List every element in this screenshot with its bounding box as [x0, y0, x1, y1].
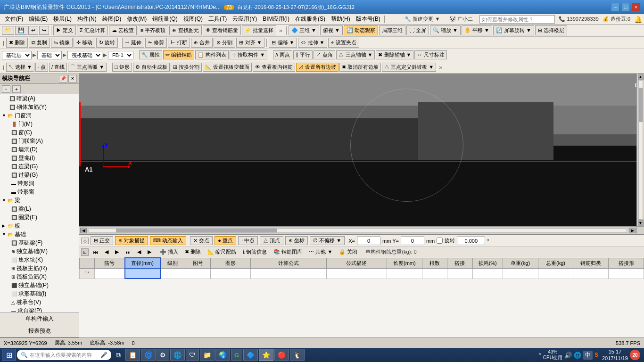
- scroll-thumb[interactable]: [116, 229, 277, 232]
- scale-rebar-btn[interactable]: 📐 缩尺配筋: [205, 248, 239, 256]
- coord-btn[interactable]: ⊕ 坐标: [285, 236, 308, 245]
- offset-btn[interactable]: ⊟ 偏移 ▼: [269, 38, 297, 48]
- cancel-slope-btn[interactable]: ✖ 取消所有边坡: [339, 63, 381, 72]
- auto-gen-slab-btn[interactable]: ⚙ 自动生成板: [133, 63, 170, 72]
- trim-btn[interactable]: ✁ 修剪: [145, 38, 167, 48]
- select-mode-btn[interactable]: ↖ 选择 ▼: [6, 63, 34, 72]
- menu-cloud[interactable]: 云应用(Y): [230, 14, 260, 24]
- set-section-btn[interactable]: 📐 设置筏板变截面: [203, 63, 252, 72]
- clock-display[interactable]: 15:17 2017/11/19: [602, 348, 628, 362]
- menu-rebar-qty[interactable]: 钢筋量(Q): [149, 14, 180, 24]
- zoom-btn[interactable]: 🔍 缩放 ▼: [430, 25, 461, 35]
- dynamic-input-btn[interactable]: ⌨ 动态输入: [150, 236, 186, 245]
- ime-s-indicator[interactable]: S: [594, 352, 598, 358]
- split-btn[interactable]: ⊗ 分割: [214, 38, 235, 48]
- rect-btn[interactable]: □ 矩形: [112, 63, 132, 72]
- nav-next-btn[interactable]: ▶: [113, 248, 121, 255]
- undo-btn[interactable]: ↩: [28, 26, 38, 35]
- taskbar-app-star[interactable]: ⭐: [259, 349, 273, 361]
- parallel-btn[interactable]: ∥ 平行: [293, 50, 313, 59]
- ime-indicator[interactable]: 中: [583, 351, 593, 360]
- canvas-view[interactable]: A1 8 Y X: [79, 74, 644, 234]
- menu-draw[interactable]: 绘图(D): [99, 14, 124, 24]
- redo-btn[interactable]: ↪: [39, 26, 49, 35]
- level-slab-btn[interactable]: ≡ 平齐板顶: [138, 25, 168, 35]
- sidebar-item-door-window-group[interactable]: ▼ 📂 门窗洞: [0, 111, 79, 120]
- table-row[interactable]: 1*: [80, 268, 644, 279]
- desc-cell[interactable]: [326, 268, 387, 279]
- nav-prev2-btn[interactable]: ◀: [135, 248, 143, 255]
- screen-rotate-btn[interactable]: 🔃 屏幕旋转 ▼: [493, 25, 534, 35]
- del-aux-btn[interactable]: ✖ 删除辅轴 ▼: [376, 50, 413, 59]
- panel-resize-icon[interactable]: ◇: [81, 238, 89, 244]
- sidebar-item-wall-hole[interactable]: 🔲 墙洞(D): [0, 145, 79, 154]
- split-by-btn[interactable]: ⊞ 按换分割: [171, 63, 202, 72]
- component-list-btn[interactable]: 📋 构件列表: [195, 50, 229, 59]
- sidebar-item-strip-window[interactable]: ▬ 带形窗: [0, 188, 79, 196]
- three-def-slope-btn[interactable]: △ 三点定义斜坡板 ▼: [382, 63, 436, 72]
- sidebar-item-found-beam[interactable]: 🔲 基础梁(F): [0, 239, 79, 247]
- base-layer-select[interactable]: 基础层: [2, 51, 32, 59]
- pan-btn[interactable]: ✋ 平移 ▼: [462, 25, 492, 35]
- diameter-cell[interactable]: [125, 268, 160, 279]
- bar-no-cell[interactable]: [95, 268, 125, 279]
- tray-expand-btn[interactable]: ^: [539, 352, 541, 358]
- rotate-checkbox[interactable]: [437, 238, 443, 244]
- two-points-btn[interactable]: // 两点: [273, 50, 292, 59]
- v-scroll-track[interactable]: [638, 80, 643, 220]
- notification-icon[interactable]: 🔔: [634, 16, 642, 23]
- sidebar-item-darkliang[interactable]: 🔲 暗梁(A): [0, 94, 79, 103]
- panel-handle[interactable]: ⊡: [81, 248, 89, 256]
- loss-cell[interactable]: [472, 268, 503, 279]
- insert-rebar-btn[interactable]: ➕ 插入: [157, 248, 181, 256]
- sidebar-item-ring-beam[interactable]: 🔲 圈梁(E): [0, 213, 79, 222]
- taskbar-app-ie[interactable]: 🌏: [215, 349, 230, 361]
- intersection-btn[interactable]: ✕ 交点: [190, 236, 213, 245]
- item-select[interactable]: FB-1: [108, 51, 133, 59]
- nav-first-btn[interactable]: ⏮: [91, 249, 100, 255]
- taskbar-app-folder[interactable]: 📁: [200, 349, 215, 361]
- sidebar-item-found-group[interactable]: ▼ 📂 基础: [0, 230, 79, 239]
- menu-edit[interactable]: 编辑(E): [26, 14, 50, 24]
- menu-component[interactable]: 构件(N): [74, 14, 99, 24]
- merge-btn[interactable]: ⊕ 合并: [191, 38, 213, 48]
- define-btn[interactable]: ▶ 定义: [53, 25, 76, 35]
- sidebar-item-masonry[interactable]: 🔲 砌体加筋(Y): [0, 103, 79, 111]
- sub-category-select[interactable]: 筏板基础: [67, 51, 102, 59]
- rotate-input[interactable]: [457, 237, 485, 245]
- tree-plus-btn[interactable]: +: [12, 85, 21, 93]
- scroll-up-btn[interactable]: ▲: [638, 74, 644, 80]
- grade-cell[interactable]: [160, 268, 185, 279]
- sum-btn[interactable]: Σ 汇总计算: [77, 25, 108, 35]
- rebar-table-container[interactable]: 筋号 直径(mm) 级别 图号 图形 计算公式 公式描述 长度(mm) 根数 搭…: [79, 257, 644, 337]
- h-scrollbar[interactable]: ◀ ▶: [79, 226, 636, 234]
- unit-wt-cell[interactable]: [503, 268, 538, 279]
- taskbar-app-edge[interactable]: 🌐: [170, 349, 185, 361]
- no-offset-btn[interactable]: ∅ 不偏移 ▼: [310, 236, 345, 245]
- category-cell[interactable]: [573, 268, 609, 279]
- network-icon[interactable]: 🌐: [574, 352, 581, 359]
- tangent-btn[interactable]: ↗ 点角: [314, 50, 335, 59]
- midpoint-btn[interactable]: · 中点: [238, 236, 258, 245]
- rotate-btn[interactable]: ↻ 旋转: [96, 38, 118, 48]
- sidebar-item-beam-group[interactable]: ▼ 📂 梁: [0, 196, 79, 205]
- taskbar-search-input[interactable]: [30, 352, 99, 358]
- midpoint-heavy-btn[interactable]: ● 重点: [215, 236, 236, 245]
- total-wt-cell[interactable]: [538, 268, 573, 279]
- sidebar-item-slab-group[interactable]: ▶ 📁 板: [0, 222, 79, 230]
- report-preview-btn[interactable]: 报表预览: [0, 325, 79, 337]
- mirror-btn[interactable]: ⇋ 镜像: [51, 38, 73, 48]
- sidebar-item-strip-hole[interactable]: ▬ 带形洞: [0, 179, 79, 188]
- nav-last-btn[interactable]: ⏭: [123, 249, 133, 255]
- orthogonal-btn[interactable]: ⊞ 正交: [91, 236, 113, 245]
- copy-btn[interactable]: ⧉ 复制: [29, 38, 50, 48]
- formula-cell[interactable]: [251, 268, 326, 279]
- scroll-down-btn[interactable]: ▼: [638, 220, 644, 226]
- sidebar-item-over-beam[interactable]: 🔲 过梁(G): [0, 171, 79, 179]
- taskbar-app-red[interactable]: 🔴: [274, 349, 289, 361]
- property-btn[interactable]: 🔧 属性: [139, 50, 162, 59]
- maximize-btn[interactable]: □: [621, 3, 630, 11]
- search-box[interactable]: 🔍 🎤: [17, 350, 111, 360]
- delete-btn[interactable]: ✖ 删除: [6, 38, 28, 48]
- sidebar-item-raft-neg[interactable]: ⊞ 筏板负筋(X): [0, 272, 79, 281]
